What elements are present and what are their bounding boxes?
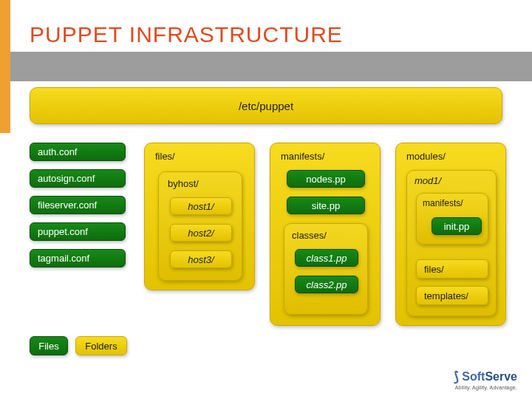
class-label: class1.pp (307, 253, 347, 264)
accent-strip (0, 0, 10, 133)
page-title: PUPPET INFRASTRUCTURE (30, 22, 343, 47)
conf-file-label: puppet.conf (38, 226, 88, 237)
logo-swoosh-icon: ⟆ (454, 369, 459, 385)
conf-file-label: auth.conf (38, 146, 78, 157)
legend-files-label: Files (38, 341, 58, 352)
logo-tagline: Ability. Agility. Advantage. (454, 385, 517, 390)
legend-folders-label: Folders (85, 341, 117, 352)
modules-label: modules/ (406, 151, 446, 162)
mod-files-label: files/ (424, 264, 444, 275)
legend: Files Folders (30, 336, 127, 355)
conf-file: puppet.conf (30, 222, 126, 241)
conf-file-label: tagmail.conf (38, 253, 89, 264)
logo-brand-b: Serve (485, 370, 517, 383)
site-file: site.pp (287, 197, 365, 214)
host-label: host2/ (188, 228, 214, 239)
init-file: init.pp (432, 217, 482, 235)
mod1-label: mod1/ (415, 175, 441, 186)
class-label: class2.pp (307, 279, 347, 290)
conf-file-label: fileserver.conf (38, 200, 97, 211)
host-folder: host2/ (170, 224, 232, 242)
conf-files-column: auth.conf autosign.conf fileserver.conf … (30, 143, 126, 267)
conf-file-label: autosign.conf (38, 173, 95, 184)
legend-folders: Folders (75, 336, 127, 355)
logo-brand-a: Soft (462, 370, 485, 383)
host-label: host1/ (188, 201, 214, 212)
conf-file: tagmail.conf (30, 249, 126, 267)
host-folder: host1/ (170, 197, 232, 215)
mod1-folder: mod1/ manifests/ init.pp files/ template… (406, 170, 497, 316)
root-folder-label: /etc/puppet (239, 100, 293, 112)
conf-file: autosign.conf (30, 169, 126, 188)
conf-file: auth.conf (30, 143, 126, 161)
header-gray-bar (0, 52, 532, 81)
mod-manifests-folder: manifests/ init.pp (416, 193, 488, 245)
manifests-label: manifests/ (281, 151, 324, 162)
classes-label: classes/ (292, 230, 327, 241)
mod-templates-label: templates/ (424, 290, 468, 301)
legend-files: Files (30, 336, 68, 355)
class-file: class1.pp (295, 249, 358, 267)
class-file: class2.pp (295, 276, 358, 293)
manifests-folder: manifests/ nodes.pp site.pp classes/ cla… (270, 143, 381, 326)
modules-folder: modules/ mod1/ manifests/ init.pp files/… (395, 143, 506, 326)
host-folder: host3/ (170, 250, 232, 268)
byhost-folder: byhost/ host1/ host2/ host3/ (158, 171, 242, 281)
init-label: init.pp (444, 221, 470, 232)
files-label: files/ (155, 151, 175, 162)
nodes-label: nodes.pp (306, 174, 346, 185)
mod-templates-folder: templates/ (416, 286, 488, 305)
nodes-file: nodes.pp (287, 170, 365, 188)
softserve-logo: ⟆ SoftServe Ability. Agility. Advantage. (454, 369, 517, 390)
mod-manifests-label: manifests/ (423, 198, 463, 208)
files-folder: files/ byhost/ host1/ host2/ host3/ (144, 143, 255, 290)
classes-folder: classes/ class1.pp class2.pp (284, 223, 368, 315)
site-label: site.pp (312, 200, 340, 211)
conf-file: fileserver.conf (30, 196, 126, 214)
host-label: host3/ (188, 254, 214, 265)
byhost-label: byhost/ (168, 178, 199, 189)
mod-files-folder: files/ (416, 259, 488, 279)
root-folder: /etc/puppet (30, 87, 502, 124)
